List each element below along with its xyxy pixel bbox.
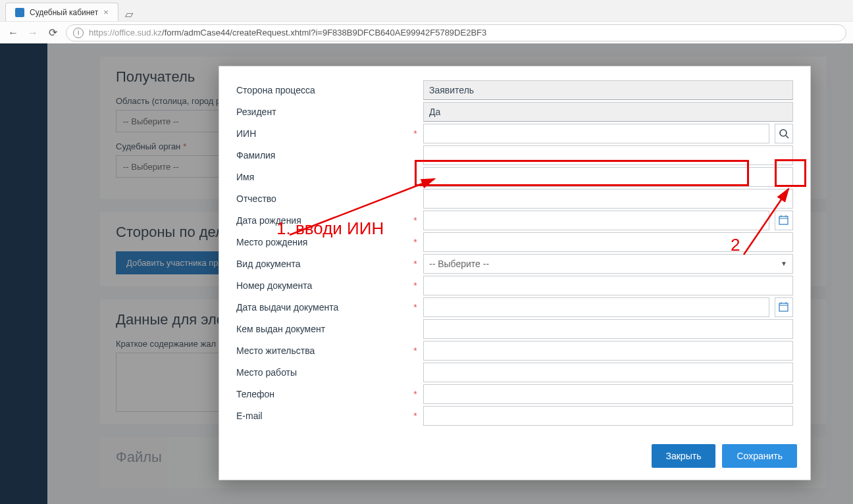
close-button[interactable]: Закрыть [652,444,716,468]
forward-button: → [26,27,39,39]
label-address: Место жительства [236,345,407,356]
label-name: Имя [236,172,407,182]
docdate-input[interactable] [423,297,769,317]
phone-input[interactable] [423,384,793,404]
name-input[interactable] [423,167,793,187]
browser-tab[interactable]: Судебный кабинет × [5,3,118,21]
calendar-icon [779,302,788,312]
svg-rect-2 [779,216,788,224]
value-side: Заявитель [423,80,793,100]
label-iin: ИИН [236,128,407,139]
docissuer-input[interactable] [423,319,793,339]
label-docdate: Дата выдачи документа [236,302,407,313]
address-input[interactable] [423,341,793,361]
svg-rect-6 [779,303,788,311]
docnum-input[interactable] [423,276,793,295]
tab-title: Судебный кабинет [30,8,98,17]
participant-modal: Сторона процесса Заявитель Резидент Да И… [219,66,811,480]
back-button[interactable]: ← [7,27,20,39]
reload-button[interactable]: ⟳ [46,26,59,39]
label-side: Сторона процесса [236,85,407,95]
value-resident: Да [423,102,793,122]
new-tab-button[interactable]: ▱ [122,8,136,21]
label-birthplace: Место рождения [236,237,407,247]
search-icon [779,128,789,139]
calendar-icon [779,215,788,225]
label-doctype: Вид документа [236,259,407,269]
doctype-select[interactable]: -- Выберите --▼ [423,254,793,274]
surname-input[interactable] [423,145,793,165]
workplace-input[interactable] [423,363,793,382]
svg-point-0 [780,130,787,136]
docdate-calendar-button[interactable] [775,297,793,317]
label-resident: Резидент [236,107,407,117]
label-birthdate: Дата рождения [236,215,407,226]
label-docnum: Номер документа [236,280,407,291]
iin-search-button[interactable] [775,124,793,143]
label-workplace: Место работы [236,367,407,378]
browser-chrome: Судебный кабинет × ▱ ← → ⟳ i https://off… [0,0,853,44]
label-docissuer: Кем выдан документ [236,324,407,334]
birthdate-input[interactable] [423,211,769,230]
label-patronymic: Отчество [236,193,407,204]
birthplace-input[interactable] [423,232,793,252]
birthdate-calendar-button[interactable] [775,211,793,230]
svg-line-1 [786,136,788,138]
save-button[interactable]: Сохранить [722,444,797,468]
site-info-icon[interactable]: i [73,28,84,38]
tab-strip: Судебный кабинет × ▱ [0,0,853,21]
email-input[interactable] [423,406,793,426]
address-bar-row: ← → ⟳ i https://office.sud.kz/form/admCa… [0,21,853,43]
iin-input[interactable] [423,124,769,143]
patronymic-input[interactable] [423,189,793,209]
url-host: https://office.sud.kz [89,28,162,38]
label-surname: Фамилия [236,150,407,161]
label-email: E-mail [236,411,407,421]
label-phone: Телефон [236,389,407,399]
url-bar[interactable]: i https://office.sud.kz/form/admCase44/c… [66,24,846,41]
url-path: /form/admCase44/createRequest.xhtml?i=9F… [162,28,486,38]
close-tab-icon[interactable]: × [103,7,109,17]
favicon-icon [15,8,24,17]
